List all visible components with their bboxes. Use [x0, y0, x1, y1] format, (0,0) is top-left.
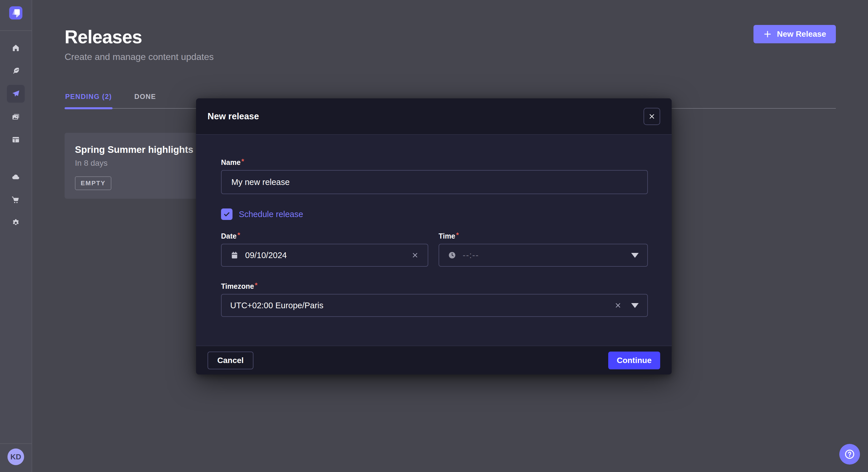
modal-header: New release — [196, 98, 672, 135]
time-input[interactable]: --:-- — [439, 244, 648, 267]
cloud-icon — [11, 173, 20, 181]
tab-pending[interactable]: PENDING (2) — [65, 93, 113, 108]
schedule-release-checkbox[interactable] — [221, 208, 232, 220]
avatar[interactable]: KD — [7, 448, 24, 465]
timezone-chevron-down-icon[interactable] — [631, 303, 639, 308]
sidebar-item-content-type-builder[interactable] — [7, 131, 25, 148]
sidebar-item-settings[interactable] — [7, 214, 25, 232]
name-input-wrapper — [221, 170, 648, 194]
paper-plane-icon — [11, 90, 20, 98]
sidebar-item-media-library[interactable] — [7, 108, 25, 126]
sidebar-item-home[interactable] — [7, 39, 25, 57]
required-asterisk: * — [456, 231, 459, 239]
sidebar-footer: KD — [0, 443, 32, 472]
date-value: 09/10/2024 — [245, 250, 287, 260]
sidebar-item-content-manager[interactable] — [7, 62, 25, 80]
modal-close-button[interactable] — [644, 108, 660, 125]
feather-icon — [11, 67, 20, 75]
strapi-logo-icon — [9, 6, 22, 20]
sidebar-item-cloud[interactable] — [7, 168, 25, 186]
check-icon — [223, 210, 230, 218]
schedule-release-label[interactable]: Schedule release — [239, 210, 303, 219]
sidebar-footer-divider — [0, 443, 32, 444]
name-field: Name* — [221, 158, 648, 194]
required-asterisk: * — [237, 231, 240, 239]
time-label: Time* — [439, 232, 648, 240]
images-icon — [11, 112, 20, 121]
required-asterisk: * — [241, 158, 244, 165]
continue-button[interactable]: Continue — [608, 351, 660, 369]
new-release-modal: New release Name* — [196, 98, 672, 374]
date-clear-icon[interactable] — [411, 251, 419, 259]
modal-title: New release — [208, 111, 259, 122]
calendar-icon — [230, 251, 239, 260]
sidebar-divider — [0, 30, 32, 31]
page-header: Releases Create and manage content updat… — [32, 0, 868, 62]
clock-icon — [448, 251, 456, 260]
sidebar-item-marketplace[interactable] — [7, 191, 25, 209]
plus-icon — [763, 30, 772, 38]
close-icon — [648, 113, 656, 120]
date-input[interactable]: 09/10/2024 — [221, 244, 428, 267]
time-field: Time* --:-- — [439, 232, 648, 267]
app-root: KD Releases Create and manage content up… — [0, 0, 868, 472]
window-icon — [11, 135, 20, 144]
question-icon — [844, 448, 856, 460]
timezone-label: Timezone* — [221, 282, 648, 291]
page-title: Releases — [65, 26, 836, 47]
name-label: Name* — [221, 158, 648, 167]
new-release-button[interactable]: New Release — [753, 25, 836, 43]
time-chevron-down-icon[interactable] — [631, 253, 639, 258]
gear-icon — [11, 218, 20, 227]
sidebar-item-releases[interactable] — [7, 85, 25, 103]
timezone-value: UTC+02:00 Europe/Paris — [230, 301, 323, 310]
required-asterisk: * — [255, 281, 257, 289]
strapi-logo[interactable] — [9, 6, 22, 20]
tab-done[interactable]: DONE — [134, 93, 157, 108]
page-subtitle: Create and manage content updates — [65, 52, 836, 62]
name-input[interactable] — [230, 177, 639, 187]
date-label: Date* — [221, 232, 428, 240]
modal-footer: Cancel Continue — [196, 345, 672, 374]
sidebar-nav — [7, 39, 25, 232]
timezone-field: Timezone* UTC+02:00 Europe/Paris — [221, 282, 648, 317]
time-placeholder: --:-- — [463, 250, 479, 260]
cart-icon — [11, 196, 20, 204]
home-icon — [11, 43, 20, 52]
release-card-status-badge: EMPTY — [75, 176, 112, 190]
date-time-row: Date* 09/10/2024 — [221, 232, 648, 267]
date-field: Date* 09/10/2024 — [221, 232, 428, 267]
timezone-input[interactable]: UTC+02:00 Europe/Paris — [221, 294, 648, 317]
sidebar: KD — [0, 0, 32, 472]
timezone-clear-icon[interactable] — [614, 301, 622, 309]
schedule-release-row: Schedule release — [221, 208, 648, 220]
modal-body: Name* Schedule release Date* — [196, 135, 672, 345]
cancel-button[interactable]: Cancel — [208, 351, 253, 369]
new-release-label: New Release — [777, 30, 826, 39]
help-button[interactable] — [839, 444, 860, 465]
